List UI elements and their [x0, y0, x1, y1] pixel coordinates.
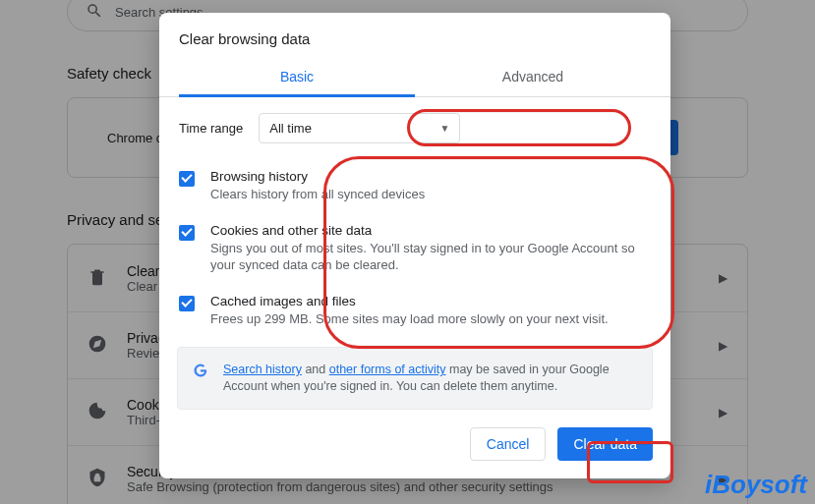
- other-activity-link[interactable]: other forms of activity: [329, 363, 446, 376]
- dialog-title: Clear browsing data: [159, 13, 670, 57]
- trash-icon: [87, 267, 107, 290]
- option-cookies[interactable]: Cookies and other site data Signs you ou…: [159, 213, 670, 284]
- search-icon: [86, 2, 103, 23]
- checkbox-cache[interactable]: [179, 296, 195, 311]
- option-browsing-history[interactable]: Browsing history Clears history from all…: [159, 159, 670, 213]
- time-range-dropdown[interactable]: All time ▼: [259, 113, 460, 143]
- compass-icon: [87, 334, 107, 357]
- google-activity-text: Search history and other forms of activi…: [223, 362, 638, 395]
- chevron-right-icon: ▶: [719, 339, 728, 353]
- cancel-button[interactable]: Cancel: [470, 427, 547, 461]
- search-history-link[interactable]: Search history: [223, 363, 302, 376]
- google-activity-info: Search history and other forms of activi…: [177, 347, 653, 410]
- dialog-buttons: Cancel Clear data: [159, 416, 670, 469]
- time-range-value: All time: [269, 121, 312, 136]
- security-icon: [87, 468, 107, 490]
- option-cache[interactable]: Cached images and files Frees up 299 MB.…: [159, 284, 670, 338]
- google-icon: [192, 362, 209, 395]
- chevron-right-icon: ▶: [719, 271, 728, 285]
- tab-basic[interactable]: Basic: [179, 57, 415, 97]
- clear-data-button[interactable]: Clear data: [557, 427, 653, 461]
- dialog-tabs: Basic Advanced: [159, 57, 670, 97]
- watermark: iBoysoft: [705, 470, 807, 500]
- cookie-icon: [87, 401, 107, 423]
- chevron-down-icon: ▼: [439, 123, 449, 134]
- time-range-label: Time range: [179, 121, 243, 136]
- tab-advanced[interactable]: Advanced: [415, 57, 651, 96]
- checkbox-browsing-history[interactable]: [179, 171, 195, 187]
- clear-browsing-data-dialog: Clear browsing data Basic Advanced Time …: [159, 13, 670, 478]
- checkbox-cookies[interactable]: [179, 225, 195, 241]
- chevron-right-icon: ▶: [719, 406, 728, 420]
